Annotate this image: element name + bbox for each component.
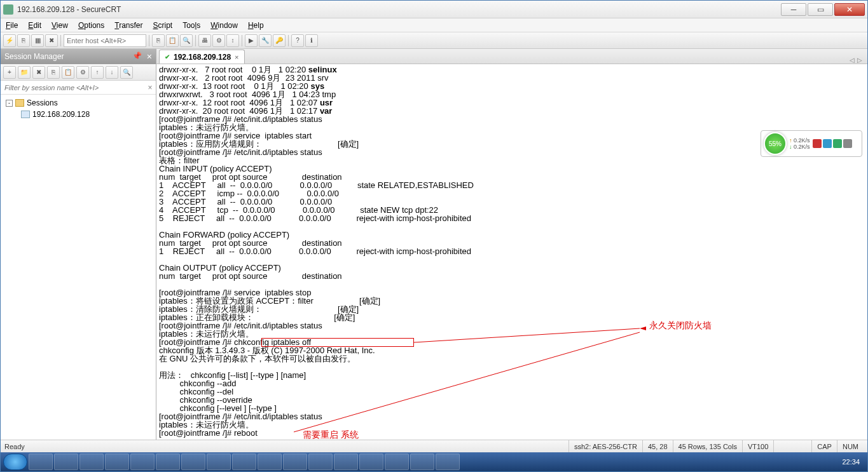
speed-up: 0.2K/s xyxy=(789,137,810,144)
tab-next-icon[interactable]: ▷ xyxy=(857,57,862,64)
clear-filter-icon[interactable]: × xyxy=(144,83,156,92)
menu-help[interactable]: Help xyxy=(248,21,264,30)
speed-circle: 55% xyxy=(764,132,787,155)
start-button[interactable] xyxy=(3,454,27,470)
taskbar-app-7[interactable] xyxy=(181,454,205,470)
taskbar-app-13[interactable] xyxy=(334,454,358,470)
host-input[interactable] xyxy=(64,34,146,47)
taskbar-app-17[interactable] xyxy=(436,454,460,470)
taskbar-app-6[interactable] xyxy=(156,454,180,470)
menu-script[interactable]: Script xyxy=(153,21,173,30)
panel-close-icon[interactable]: × xyxy=(147,51,152,62)
main-area: ✔ 192.168.209.128 × ◁ ▷ drwxr-xr-x. 7 ro… xyxy=(156,49,867,440)
terminal-line: [root@jointframe /]# /etc/init.d/iptable… xyxy=(159,321,865,330)
network-widget[interactable]: 55% 0.2K/s 0.2K/s xyxy=(761,130,862,157)
toolbar-disconnect-icon[interactable]: ✖ xyxy=(45,34,58,47)
widget-blue-icon[interactable] xyxy=(823,139,832,148)
system-tray[interactable]: 22:34 xyxy=(842,458,865,466)
toolbar-transfer-icon[interactable]: ↕ xyxy=(226,34,239,47)
find-session-icon[interactable]: 🔍 xyxy=(120,66,133,79)
toolbar-sep xyxy=(149,35,149,46)
taskbar-app-15[interactable] xyxy=(385,454,409,470)
taskbar-app-12[interactable] xyxy=(308,454,333,470)
taskbar-app-2[interactable] xyxy=(54,454,78,470)
widget-green-icon[interactable] xyxy=(833,139,842,148)
taskbar-app-11[interactable] xyxy=(283,454,307,470)
window-title: 192.168.209.128 - SecureCRT xyxy=(17,5,780,14)
tree-root[interactable]: - Sessions xyxy=(3,97,153,109)
new-session-icon[interactable]: + xyxy=(3,66,16,79)
tab-prev-icon[interactable]: ◁ xyxy=(850,57,855,64)
taskbar-app-9[interactable] xyxy=(232,454,256,470)
toolbar-help-icon[interactable]: ? xyxy=(291,34,304,47)
toolbar-sep xyxy=(288,35,289,46)
taskbar-app-8[interactable] xyxy=(207,454,231,470)
copy-session-icon[interactable]: ⎘ xyxy=(47,66,60,79)
terminal-line: [root@jointframe /]# /etc/init.d/iptable… xyxy=(159,115,865,123)
terminal-line: [root@jointframe /]# reboot xyxy=(159,429,865,437)
taskbar-app-16[interactable] xyxy=(410,454,434,470)
taskbar-app-10[interactable] xyxy=(258,454,282,470)
toolbar-find-icon[interactable]: 🔍 xyxy=(180,34,193,47)
paste-session-icon[interactable]: 📋 xyxy=(62,66,74,79)
delete-icon[interactable]: ✖ xyxy=(32,66,45,79)
terminal-line: iptables：未运行防火墙。 xyxy=(159,421,865,429)
filter-input[interactable] xyxy=(1,84,144,91)
close-button[interactable]: ✕ xyxy=(834,3,865,16)
pin-icon[interactable]: 📌 xyxy=(132,51,142,62)
toolbar-about-icon[interactable]: ℹ xyxy=(305,34,318,47)
terminal-line: 在 GNU 公共许可的条款下，本软件可以被自由发行。 xyxy=(159,354,865,363)
taskbar-app-14[interactable] xyxy=(359,454,383,470)
menu-edit[interactable]: Edit xyxy=(28,21,41,30)
toolbar-copy-icon[interactable]: ⎘ xyxy=(152,34,165,47)
taskbar-app-1[interactable] xyxy=(29,454,53,470)
toolbar-quick-icon[interactable]: ⎘ xyxy=(17,34,30,47)
menu-transfer[interactable]: Transfer xyxy=(114,21,142,30)
toolbar-sep xyxy=(60,35,61,46)
status-conn: ssh2: AES-256-CTR xyxy=(568,440,642,452)
tabbar: ✔ 192.168.209.128 × ◁ ▷ xyxy=(156,49,867,64)
tree-session[interactable]: 192.168.209.128 xyxy=(3,109,153,120)
session-tree: - Sessions 192.168.209.128 xyxy=(1,95,156,440)
toolbar-options-icon[interactable]: ⚙ xyxy=(212,34,225,47)
tab-label: 192.168.209.128 xyxy=(174,53,231,62)
taskbar-app-5[interactable] xyxy=(130,454,155,470)
toolbar-print-icon[interactable]: 🖶 xyxy=(198,34,211,47)
widget-red-icon[interactable] xyxy=(813,139,822,148)
menu-file[interactable]: File xyxy=(6,21,18,30)
menu-window[interactable]: Window xyxy=(210,21,238,30)
down-icon[interactable]: ↓ xyxy=(106,66,118,79)
menu-tools[interactable]: Tools xyxy=(183,21,200,30)
session-manager-panel: Session Manager 📌 × + 📁 ✖ ⎘ 📋 ⚙ ↑ ↓ 🔍 × xyxy=(1,49,156,440)
toolbar-paste-icon[interactable]: 📋 xyxy=(166,34,179,47)
toolbar: ⚡ ⎘ ▦ ✖ ⎘ 📋 🔍 🖶 ⚙ ↕ ▶ 🔧 🔑 ? ℹ xyxy=(1,32,867,49)
window-buttons: ─ ▭ ✕ xyxy=(780,3,865,16)
taskbar-app-3[interactable] xyxy=(79,454,104,470)
status-cap: CAP xyxy=(811,440,837,452)
toolbar-connect-icon[interactable]: ⚡ xyxy=(3,34,16,47)
speed-dn: 0.2K/s xyxy=(789,144,810,150)
terminal[interactable]: drwxr-xr-x. 7 root root 0 1月 1 02:20 sel… xyxy=(156,64,867,440)
toolbar-session-icon[interactable]: ▦ xyxy=(31,34,44,47)
properties-icon[interactable]: ⚙ xyxy=(76,66,89,79)
minimize-button[interactable]: ─ xyxy=(781,3,806,16)
tab-close-icon[interactable]: × xyxy=(235,53,238,61)
terminal-line: chkconfig --add xyxy=(159,379,865,388)
maximize-button[interactable]: ▭ xyxy=(808,3,833,16)
collapse-icon[interactable]: - xyxy=(6,100,13,107)
toolbar-script-icon[interactable]: ▶ xyxy=(245,34,258,47)
menu-options[interactable]: Options xyxy=(78,21,104,30)
speed-stats: 0.2K/s 0.2K/s xyxy=(789,137,810,150)
status-size: 45 Rows, 135 Cols xyxy=(673,440,742,452)
session-icon xyxy=(21,111,30,118)
tray-time: 22:34 xyxy=(842,458,860,466)
widget-gray-icon[interactable] xyxy=(843,139,852,148)
toolbar-key-icon[interactable]: 🔑 xyxy=(273,34,286,47)
new-folder-icon[interactable]: 📁 xyxy=(18,66,31,79)
status-term: VT100 xyxy=(742,440,773,452)
tab-session[interactable]: ✔ 192.168.209.128 × xyxy=(159,50,245,64)
taskbar-app-4[interactable] xyxy=(105,454,129,470)
toolbar-tools-icon[interactable]: 🔧 xyxy=(259,34,272,47)
up-icon[interactable]: ↑ xyxy=(91,66,104,79)
menu-view[interactable]: View xyxy=(52,21,68,30)
